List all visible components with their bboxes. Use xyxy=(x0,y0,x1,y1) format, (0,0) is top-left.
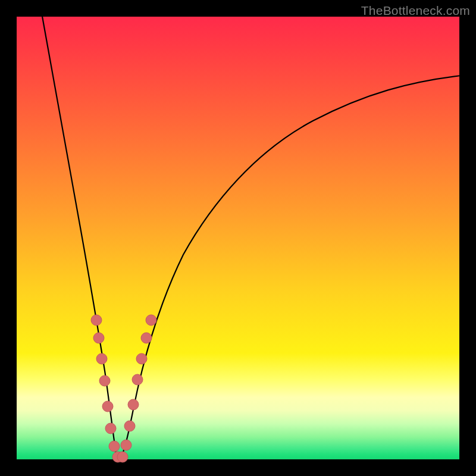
gradient-plot-area xyxy=(17,17,459,459)
curve-left-branch xyxy=(42,13,119,459)
marker-dot xyxy=(128,399,139,410)
marker-dot xyxy=(99,375,110,386)
watermark-text: TheBottleneck.com xyxy=(361,4,470,18)
marker-dot xyxy=(93,333,104,343)
marker-dot xyxy=(146,315,156,325)
curve-layer xyxy=(17,17,459,459)
marker-dot xyxy=(132,374,143,385)
marker-dot xyxy=(96,353,107,364)
curve-right-branch xyxy=(119,75,466,459)
marker-dot xyxy=(136,353,147,364)
marker-dot xyxy=(124,421,135,431)
marker-dot xyxy=(121,440,131,450)
marker-group xyxy=(91,315,156,462)
chart-frame: TheBottleneck.com xyxy=(0,0,476,476)
marker-dot xyxy=(105,423,116,434)
marker-dot xyxy=(109,441,120,452)
marker-dot xyxy=(141,333,152,343)
marker-dot xyxy=(117,452,128,462)
marker-dot xyxy=(102,401,113,412)
marker-dot xyxy=(91,315,102,325)
